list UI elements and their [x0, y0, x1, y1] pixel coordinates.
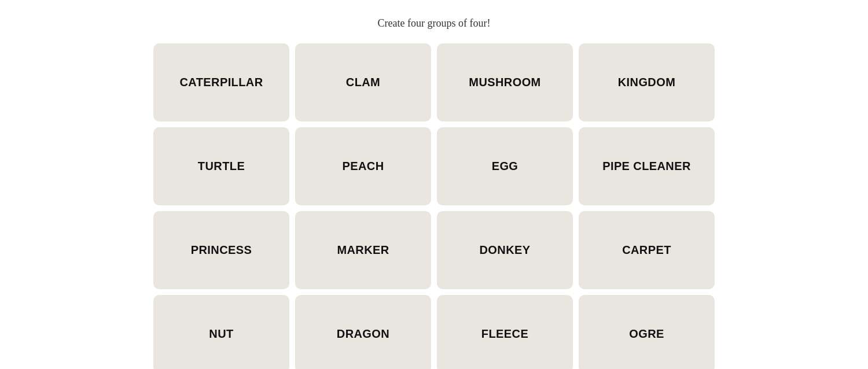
tile-ogre[interactable]: OGRE: [579, 295, 715, 369]
tile-label-clam: CLAM: [341, 71, 385, 94]
tile-label-mushroom: MUSHROOM: [464, 71, 545, 94]
tile-clam[interactable]: CLAM: [295, 43, 431, 121]
tile-kingdom[interactable]: KINGDOM: [579, 43, 715, 121]
tile-princess[interactable]: PRINCESS: [153, 211, 289, 289]
tile-label-caterpillar: CATERPILLAR: [175, 71, 267, 94]
tile-label-marker: MARKER: [332, 239, 393, 261]
tile-peach[interactable]: PEACH: [295, 127, 431, 205]
tile-label-dragon: DRAGON: [332, 323, 394, 345]
tile-donkey[interactable]: DONKEY: [437, 211, 573, 289]
tile-label-donkey: DONKEY: [475, 239, 535, 261]
tile-nut[interactable]: NUT: [153, 295, 289, 369]
tile-label-ogre: OGRE: [624, 323, 669, 345]
tile-label-turtle: TURTLE: [193, 155, 249, 178]
tile-marker[interactable]: MARKER: [295, 211, 431, 289]
tile-mushroom[interactable]: MUSHROOM: [437, 43, 573, 121]
tile-label-pipe-cleaner: PIPE CLEANER: [598, 155, 696, 178]
tile-egg[interactable]: EGG: [437, 127, 573, 205]
tile-caterpillar[interactable]: CATERPILLAR: [153, 43, 289, 121]
tile-label-fleece: FLEECE: [477, 323, 533, 345]
tile-dragon[interactable]: DRAGON: [295, 295, 431, 369]
tile-turtle[interactable]: TURTLE: [153, 127, 289, 205]
tile-carpet[interactable]: CARPET: [579, 211, 715, 289]
tile-label-egg: EGG: [487, 155, 523, 178]
word-grid: CATERPILLARCLAMMUSHROOMKINGDOMTURTLEPEAC…: [153, 43, 715, 369]
tile-fleece[interactable]: FLEECE: [437, 295, 573, 369]
tile-label-peach: PEACH: [337, 155, 388, 178]
tile-label-nut: NUT: [204, 323, 238, 345]
tile-label-kingdom: KINGDOM: [613, 71, 680, 94]
game-subtitle: Create four groups of four!: [378, 17, 491, 29]
tile-pipe-cleaner[interactable]: PIPE CLEANER: [579, 127, 715, 205]
tile-label-princess: PRINCESS: [186, 239, 256, 261]
tile-label-carpet: CARPET: [617, 239, 676, 261]
